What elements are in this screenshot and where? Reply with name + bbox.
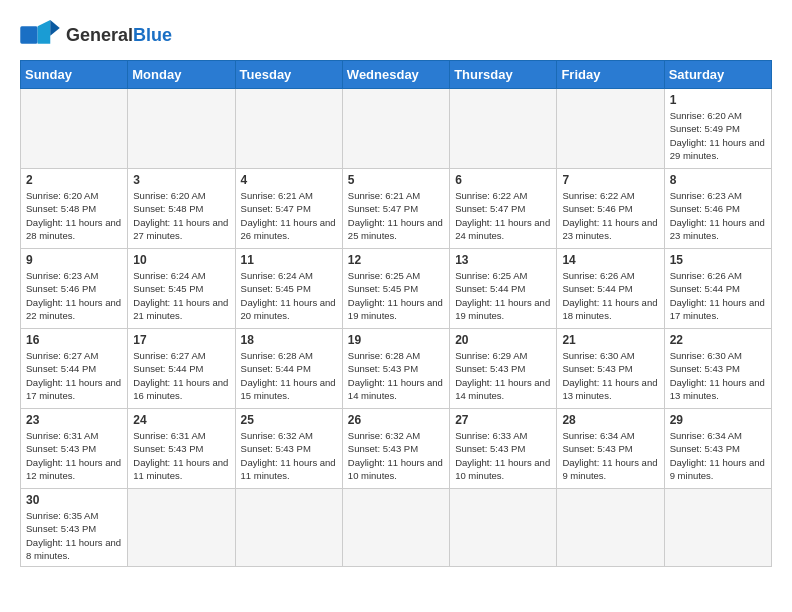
day-number: 3 [133, 173, 229, 187]
day-info: Sunrise: 6:31 AMSunset: 5:43 PMDaylight:… [26, 429, 122, 482]
svg-marker-1 [38, 20, 51, 44]
calendar-day-cell [235, 489, 342, 567]
day-info: Sunrise: 6:22 AMSunset: 5:46 PMDaylight:… [562, 189, 658, 242]
calendar-week-row: 16Sunrise: 6:27 AMSunset: 5:44 PMDayligh… [21, 329, 772, 409]
day-number: 11 [241, 253, 337, 267]
day-number: 17 [133, 333, 229, 347]
calendar-day-cell: 28Sunrise: 6:34 AMSunset: 5:43 PMDayligh… [557, 409, 664, 489]
calendar-day-cell [128, 489, 235, 567]
calendar-day-cell [557, 89, 664, 169]
calendar-day-cell [21, 89, 128, 169]
calendar-day-cell: 7Sunrise: 6:22 AMSunset: 5:46 PMDaylight… [557, 169, 664, 249]
day-of-week-header: Thursday [450, 61, 557, 89]
day-number: 1 [670, 93, 766, 107]
day-number: 14 [562, 253, 658, 267]
day-info: Sunrise: 6:20 AMSunset: 5:49 PMDaylight:… [670, 109, 766, 162]
calendar-day-cell: 21Sunrise: 6:30 AMSunset: 5:43 PMDayligh… [557, 329, 664, 409]
logo-general-text: GeneralBlue [66, 25, 172, 45]
calendar-day-cell: 15Sunrise: 6:26 AMSunset: 5:44 PMDayligh… [664, 249, 771, 329]
day-number: 19 [348, 333, 444, 347]
day-of-week-header: Friday [557, 61, 664, 89]
logo: GeneralBlue [20, 20, 172, 50]
calendar-day-cell [128, 89, 235, 169]
day-info: Sunrise: 6:30 AMSunset: 5:43 PMDaylight:… [562, 349, 658, 402]
calendar-day-cell: 29Sunrise: 6:34 AMSunset: 5:43 PMDayligh… [664, 409, 771, 489]
calendar-day-cell [664, 489, 771, 567]
day-info: Sunrise: 6:22 AMSunset: 5:47 PMDaylight:… [455, 189, 551, 242]
day-info: Sunrise: 6:23 AMSunset: 5:46 PMDaylight:… [670, 189, 766, 242]
day-number: 24 [133, 413, 229, 427]
day-number: 27 [455, 413, 551, 427]
calendar-day-cell: 11Sunrise: 6:24 AMSunset: 5:45 PMDayligh… [235, 249, 342, 329]
calendar-day-cell [557, 489, 664, 567]
day-info: Sunrise: 6:20 AMSunset: 5:48 PMDaylight:… [26, 189, 122, 242]
calendar-day-cell: 12Sunrise: 6:25 AMSunset: 5:45 PMDayligh… [342, 249, 449, 329]
day-info: Sunrise: 6:21 AMSunset: 5:47 PMDaylight:… [348, 189, 444, 242]
calendar-header-row: SundayMondayTuesdayWednesdayThursdayFrid… [21, 61, 772, 89]
day-info: Sunrise: 6:23 AMSunset: 5:46 PMDaylight:… [26, 269, 122, 322]
calendar-week-row: 2Sunrise: 6:20 AMSunset: 5:48 PMDaylight… [21, 169, 772, 249]
calendar-day-cell: 26Sunrise: 6:32 AMSunset: 5:43 PMDayligh… [342, 409, 449, 489]
calendar-day-cell: 6Sunrise: 6:22 AMSunset: 5:47 PMDaylight… [450, 169, 557, 249]
day-info: Sunrise: 6:32 AMSunset: 5:43 PMDaylight:… [348, 429, 444, 482]
day-info: Sunrise: 6:31 AMSunset: 5:43 PMDaylight:… [133, 429, 229, 482]
day-number: 23 [26, 413, 122, 427]
day-number: 12 [348, 253, 444, 267]
calendar-day-cell: 23Sunrise: 6:31 AMSunset: 5:43 PMDayligh… [21, 409, 128, 489]
day-number: 13 [455, 253, 551, 267]
day-number: 28 [562, 413, 658, 427]
day-info: Sunrise: 6:30 AMSunset: 5:43 PMDaylight:… [670, 349, 766, 402]
day-info: Sunrise: 6:32 AMSunset: 5:43 PMDaylight:… [241, 429, 337, 482]
calendar-day-cell: 19Sunrise: 6:28 AMSunset: 5:43 PMDayligh… [342, 329, 449, 409]
day-number: 6 [455, 173, 551, 187]
day-info: Sunrise: 6:20 AMSunset: 5:48 PMDaylight:… [133, 189, 229, 242]
calendar-day-cell: 1Sunrise: 6:20 AMSunset: 5:49 PMDaylight… [664, 89, 771, 169]
calendar-day-cell [342, 489, 449, 567]
day-info: Sunrise: 6:25 AMSunset: 5:44 PMDaylight:… [455, 269, 551, 322]
calendar-week-row: 23Sunrise: 6:31 AMSunset: 5:43 PMDayligh… [21, 409, 772, 489]
calendar-week-row: 30Sunrise: 6:35 AMSunset: 5:43 PMDayligh… [21, 489, 772, 567]
day-of-week-header: Wednesday [342, 61, 449, 89]
calendar-day-cell: 5Sunrise: 6:21 AMSunset: 5:47 PMDaylight… [342, 169, 449, 249]
day-number: 25 [241, 413, 337, 427]
calendar: SundayMondayTuesdayWednesdayThursdayFrid… [20, 60, 772, 567]
calendar-day-cell: 2Sunrise: 6:20 AMSunset: 5:48 PMDaylight… [21, 169, 128, 249]
logo-text: GeneralBlue [66, 25, 172, 46]
day-info: Sunrise: 6:29 AMSunset: 5:43 PMDaylight:… [455, 349, 551, 402]
svg-rect-0 [20, 26, 37, 43]
day-number: 7 [562, 173, 658, 187]
calendar-day-cell: 13Sunrise: 6:25 AMSunset: 5:44 PMDayligh… [450, 249, 557, 329]
day-number: 15 [670, 253, 766, 267]
calendar-day-cell: 17Sunrise: 6:27 AMSunset: 5:44 PMDayligh… [128, 329, 235, 409]
calendar-day-cell: 25Sunrise: 6:32 AMSunset: 5:43 PMDayligh… [235, 409, 342, 489]
day-info: Sunrise: 6:27 AMSunset: 5:44 PMDaylight:… [26, 349, 122, 402]
day-number: 16 [26, 333, 122, 347]
calendar-day-cell [450, 89, 557, 169]
calendar-day-cell: 14Sunrise: 6:26 AMSunset: 5:44 PMDayligh… [557, 249, 664, 329]
day-number: 18 [241, 333, 337, 347]
day-info: Sunrise: 6:28 AMSunset: 5:44 PMDaylight:… [241, 349, 337, 402]
calendar-day-cell: 18Sunrise: 6:28 AMSunset: 5:44 PMDayligh… [235, 329, 342, 409]
day-info: Sunrise: 6:28 AMSunset: 5:43 PMDaylight:… [348, 349, 444, 402]
calendar-day-cell: 30Sunrise: 6:35 AMSunset: 5:43 PMDayligh… [21, 489, 128, 567]
calendar-day-cell [342, 89, 449, 169]
day-number: 21 [562, 333, 658, 347]
day-info: Sunrise: 6:26 AMSunset: 5:44 PMDaylight:… [670, 269, 766, 322]
day-info: Sunrise: 6:34 AMSunset: 5:43 PMDaylight:… [670, 429, 766, 482]
logo-icon [20, 20, 60, 50]
calendar-day-cell [235, 89, 342, 169]
calendar-day-cell: 8Sunrise: 6:23 AMSunset: 5:46 PMDaylight… [664, 169, 771, 249]
day-info: Sunrise: 6:26 AMSunset: 5:44 PMDaylight:… [562, 269, 658, 322]
day-info: Sunrise: 6:21 AMSunset: 5:47 PMDaylight:… [241, 189, 337, 242]
day-info: Sunrise: 6:24 AMSunset: 5:45 PMDaylight:… [241, 269, 337, 322]
calendar-day-cell: 3Sunrise: 6:20 AMSunset: 5:48 PMDaylight… [128, 169, 235, 249]
day-of-week-header: Sunday [21, 61, 128, 89]
day-info: Sunrise: 6:25 AMSunset: 5:45 PMDaylight:… [348, 269, 444, 322]
day-info: Sunrise: 6:34 AMSunset: 5:43 PMDaylight:… [562, 429, 658, 482]
calendar-day-cell: 24Sunrise: 6:31 AMSunset: 5:43 PMDayligh… [128, 409, 235, 489]
day-number: 4 [241, 173, 337, 187]
header: GeneralBlue [20, 20, 772, 50]
calendar-day-cell [450, 489, 557, 567]
day-info: Sunrise: 6:24 AMSunset: 5:45 PMDaylight:… [133, 269, 229, 322]
calendar-day-cell: 16Sunrise: 6:27 AMSunset: 5:44 PMDayligh… [21, 329, 128, 409]
